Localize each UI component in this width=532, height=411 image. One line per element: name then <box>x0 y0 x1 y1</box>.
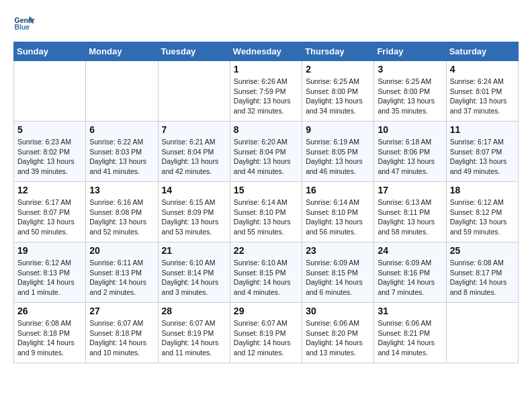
calendar-cell: 30Sunrise: 6:06 AM Sunset: 8:20 PM Dayli… <box>302 303 374 363</box>
day-info: Sunrise: 6:17 AM Sunset: 8:07 PM Dayligh… <box>450 137 515 177</box>
day-number: 13 <box>89 185 154 195</box>
day-number: 20 <box>89 245 154 256</box>
day-info: Sunrise: 6:12 AM Sunset: 8:12 PM Dayligh… <box>450 197 515 237</box>
calendar-cell: 8Sunrise: 6:20 AM Sunset: 8:04 PM Daylig… <box>230 122 302 182</box>
day-info: Sunrise: 6:23 AM Sunset: 8:02 PM Dayligh… <box>17 137 82 177</box>
calendar-cell: 21Sunrise: 6:10 AM Sunset: 8:14 PM Dayli… <box>158 242 230 303</box>
day-info: Sunrise: 6:15 AM Sunset: 8:09 PM Dayligh… <box>162 197 226 237</box>
calendar-cell: 23Sunrise: 6:09 AM Sunset: 8:15 PM Dayli… <box>302 242 374 303</box>
calendar-cell: 28Sunrise: 6:07 AM Sunset: 8:19 PM Dayli… <box>158 303 230 363</box>
calendar-cell <box>158 61 230 122</box>
calendar-cell <box>86 61 158 122</box>
calendar-cell: 31Sunrise: 6:06 AM Sunset: 8:21 PM Dayli… <box>374 303 446 363</box>
weekday-header-wednesday: Wednesday <box>230 42 302 61</box>
day-number: 26 <box>17 306 82 316</box>
day-number: 1 <box>234 64 298 75</box>
logo: General Blue <box>13 13 35 35</box>
day-info: Sunrise: 6:18 AM Sunset: 8:06 PM Dayligh… <box>378 137 442 177</box>
calendar-cell: 20Sunrise: 6:11 AM Sunset: 8:13 PM Dayli… <box>86 242 158 303</box>
day-info: Sunrise: 6:06 AM Sunset: 8:20 PM Dayligh… <box>306 318 370 358</box>
day-info: Sunrise: 6:24 AM Sunset: 8:01 PM Dayligh… <box>450 77 515 116</box>
logo-icon: General Blue <box>13 13 35 35</box>
day-number: 3 <box>378 64 442 75</box>
day-number: 16 <box>306 185 370 195</box>
day-number: 14 <box>162 185 226 195</box>
day-number: 2 <box>306 64 370 75</box>
calendar-week-row: 1Sunrise: 6:26 AM Sunset: 7:59 PM Daylig… <box>14 61 519 122</box>
day-number: 30 <box>306 306 370 316</box>
calendar-cell <box>446 303 518 363</box>
day-number: 21 <box>162 245 226 256</box>
weekday-header-row: SundayMondayTuesdayWednesdayThursdayFrid… <box>14 42 519 61</box>
day-number: 25 <box>450 245 515 256</box>
day-info: Sunrise: 6:14 AM Sunset: 8:10 PM Dayligh… <box>234 197 298 237</box>
calendar-cell: 26Sunrise: 6:08 AM Sunset: 8:18 PM Dayli… <box>14 303 86 363</box>
weekday-header-tuesday: Tuesday <box>158 42 230 61</box>
day-info: Sunrise: 6:11 AM Sunset: 8:13 PM Dayligh… <box>89 258 154 298</box>
weekday-header-friday: Friday <box>374 42 446 61</box>
day-number: 12 <box>17 185 82 195</box>
day-info: Sunrise: 6:25 AM Sunset: 8:00 PM Dayligh… <box>306 77 370 116</box>
day-info: Sunrise: 6:09 AM Sunset: 8:15 PM Dayligh… <box>306 258 370 298</box>
calendar-cell: 11Sunrise: 6:17 AM Sunset: 8:07 PM Dayli… <box>446 122 518 182</box>
day-info: Sunrise: 6:20 AM Sunset: 8:04 PM Dayligh… <box>234 137 298 177</box>
day-number: 31 <box>378 306 442 316</box>
calendar-cell: 15Sunrise: 6:14 AM Sunset: 8:10 PM Dayli… <box>230 182 302 242</box>
day-number: 5 <box>17 124 82 135</box>
day-info: Sunrise: 6:13 AM Sunset: 8:11 PM Dayligh… <box>378 197 442 237</box>
day-info: Sunrise: 6:09 AM Sunset: 8:16 PM Dayligh… <box>378 258 442 298</box>
calendar-cell: 18Sunrise: 6:12 AM Sunset: 8:12 PM Dayli… <box>446 182 518 242</box>
day-info: Sunrise: 6:07 AM Sunset: 8:19 PM Dayligh… <box>234 318 298 358</box>
calendar-cell: 19Sunrise: 6:12 AM Sunset: 8:13 PM Dayli… <box>14 242 86 303</box>
calendar-cell: 12Sunrise: 6:17 AM Sunset: 8:07 PM Dayli… <box>14 182 86 242</box>
day-number: 22 <box>234 245 298 256</box>
page-header: General Blue <box>13 13 519 35</box>
calendar-cell: 24Sunrise: 6:09 AM Sunset: 8:16 PM Dayli… <box>374 242 446 303</box>
day-info: Sunrise: 6:12 AM Sunset: 8:13 PM Dayligh… <box>17 258 82 298</box>
calendar-cell <box>14 61 86 122</box>
day-info: Sunrise: 6:14 AM Sunset: 8:10 PM Dayligh… <box>306 197 370 237</box>
calendar-cell: 17Sunrise: 6:13 AM Sunset: 8:11 PM Dayli… <box>374 182 446 242</box>
day-info: Sunrise: 6:26 AM Sunset: 7:59 PM Dayligh… <box>234 77 298 116</box>
day-number: 18 <box>450 185 515 195</box>
weekday-header-saturday: Saturday <box>446 42 518 61</box>
day-number: 11 <box>450 124 515 135</box>
day-info: Sunrise: 6:08 AM Sunset: 8:18 PM Dayligh… <box>17 318 82 358</box>
calendar-cell: 14Sunrise: 6:15 AM Sunset: 8:09 PM Dayli… <box>158 182 230 242</box>
day-number: 17 <box>378 185 442 195</box>
day-info: Sunrise: 6:07 AM Sunset: 8:19 PM Dayligh… <box>162 318 226 358</box>
calendar-week-row: 5Sunrise: 6:23 AM Sunset: 8:02 PM Daylig… <box>14 122 519 182</box>
calendar-cell: 13Sunrise: 6:16 AM Sunset: 8:08 PM Dayli… <box>86 182 158 242</box>
day-number: 9 <box>306 124 370 135</box>
day-number: 19 <box>17 245 82 256</box>
day-number: 6 <box>89 124 154 135</box>
day-info: Sunrise: 6:10 AM Sunset: 8:15 PM Dayligh… <box>234 258 298 298</box>
weekday-header-monday: Monday <box>86 42 158 61</box>
calendar-cell: 7Sunrise: 6:21 AM Sunset: 8:04 PM Daylig… <box>158 122 230 182</box>
svg-text:Blue: Blue <box>15 24 30 31</box>
day-info: Sunrise: 6:10 AM Sunset: 8:14 PM Dayligh… <box>162 258 226 298</box>
calendar-week-row: 26Sunrise: 6:08 AM Sunset: 8:18 PM Dayli… <box>14 303 519 363</box>
day-info: Sunrise: 6:19 AM Sunset: 8:05 PM Dayligh… <box>306 137 370 177</box>
day-info: Sunrise: 6:06 AM Sunset: 8:21 PM Dayligh… <box>378 318 442 358</box>
day-info: Sunrise: 6:22 AM Sunset: 8:03 PM Dayligh… <box>89 137 154 177</box>
calendar-cell: 9Sunrise: 6:19 AM Sunset: 8:05 PM Daylig… <box>302 122 374 182</box>
calendar-table: SundayMondayTuesdayWednesdayThursdayFrid… <box>13 42 519 363</box>
calendar-cell: 3Sunrise: 6:25 AM Sunset: 8:00 PM Daylig… <box>374 61 446 122</box>
day-number: 24 <box>378 245 442 256</box>
day-number: 15 <box>234 185 298 195</box>
day-info: Sunrise: 6:25 AM Sunset: 8:00 PM Dayligh… <box>378 77 442 116</box>
day-number: 8 <box>234 124 298 135</box>
day-number: 27 <box>89 306 154 316</box>
calendar-cell: 16Sunrise: 6:14 AM Sunset: 8:10 PM Dayli… <box>302 182 374 242</box>
day-number: 7 <box>162 124 226 135</box>
calendar-cell: 22Sunrise: 6:10 AM Sunset: 8:15 PM Dayli… <box>230 242 302 303</box>
calendar-cell: 27Sunrise: 6:07 AM Sunset: 8:18 PM Dayli… <box>86 303 158 363</box>
calendar-cell: 10Sunrise: 6:18 AM Sunset: 8:06 PM Dayli… <box>374 122 446 182</box>
day-number: 29 <box>234 306 298 316</box>
day-number: 4 <box>450 64 515 75</box>
day-info: Sunrise: 6:16 AM Sunset: 8:08 PM Dayligh… <box>89 197 154 237</box>
day-number: 23 <box>306 245 370 256</box>
calendar-cell: 4Sunrise: 6:24 AM Sunset: 8:01 PM Daylig… <box>446 61 518 122</box>
calendar-cell: 1Sunrise: 6:26 AM Sunset: 7:59 PM Daylig… <box>230 61 302 122</box>
